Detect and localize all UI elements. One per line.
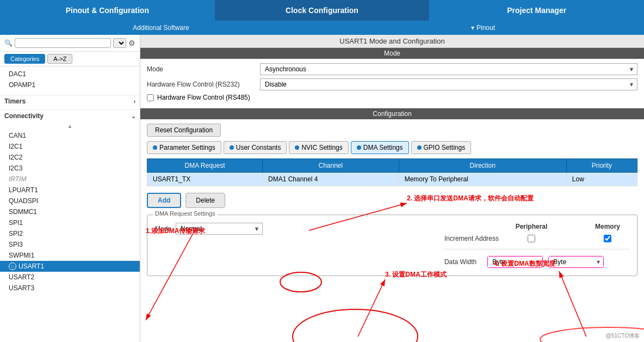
config-content: Reset Configuration Parameter Settings U… [140, 119, 644, 342]
dma-header-channel: Channel [262, 159, 399, 173]
tab-dot [153, 145, 157, 150]
subnav-pinout[interactable]: ▾ Pinout [322, 24, 644, 32]
sidebar-item-i2c3[interactable]: I2C3 [0, 163, 140, 174]
data-width-row: Data Width Byte Half Word Word [444, 256, 629, 268]
nav-pinout[interactable]: Pinout & Configuration [0, 0, 215, 21]
hw-flow-rs232-select[interactable]: Disable [260, 78, 637, 90]
nav-clock[interactable]: Clock Configuration [215, 0, 430, 21]
dma-settings-box: DMA Request Settings Mode Normal Circula… [147, 215, 637, 276]
mode-label: Mode [147, 65, 256, 73]
config-section-header: Configuration [140, 108, 644, 119]
sidebar-tabs: Categories A->Z [0, 52, 140, 66]
hw-flow-rs232-label: Hardware Flow Control (RS232) [147, 81, 256, 88]
hw-flow-rs485-checkbox[interactable] [147, 94, 154, 101]
timers-arrow: › [134, 99, 135, 105]
sidebar-category-timers[interactable]: Timers › [0, 95, 140, 107]
dma-cell-priority: Low [566, 173, 637, 186]
mode-section-header: Mode [140, 48, 644, 59]
sidebar-tab-az[interactable]: A->Z [47, 54, 72, 64]
sidebar-item-spi3[interactable]: SPI3 [0, 239, 140, 250]
pm-column-headers: Peripheral Memory [444, 223, 629, 230]
sidebar-tab-categories[interactable]: Categories [4, 54, 45, 64]
tab-user-constants[interactable]: User Constants [224, 141, 287, 154]
memory-data-width-select[interactable]: Byte Half Word Word [549, 256, 603, 267]
sub-navigation: Additional Software ▾ Pinout [0, 21, 644, 35]
sidebar-content: DAC1 OPAMP1 Timers › Connectivity ⌄ ▲ CA… [0, 66, 140, 342]
content-title: USART1 Mode and Configuration [140, 35, 644, 48]
sidebar-item-usart1[interactable]: ○ USART1 [0, 261, 140, 272]
tab-dot [295, 145, 299, 150]
scroll-up-indicator: ▲ [0, 122, 140, 130]
dma-mode-row: Mode Normal Circular ▾ [155, 223, 263, 235]
sidebar-item-spi1[interactable]: SPI1 [0, 217, 140, 228]
sidebar-item-dac1[interactable]: DAC1 [0, 69, 140, 80]
dma-table: DMA Request Channel Direction Priority U… [147, 158, 637, 186]
nav-project[interactable]: Project Manager [429, 0, 644, 21]
data-width-label: Data Width [444, 258, 476, 266]
memory-data-width-wrapper: Byte Half Word Word ▾ [548, 256, 604, 268]
sidebar-item-quadspi[interactable]: QUADSPI [0, 196, 140, 206]
sidebar-item-usart3[interactable]: USART3 [0, 283, 140, 294]
dma-header-priority: Priority [566, 159, 637, 173]
search-dropdown[interactable] [113, 38, 126, 48]
dma-settings-label: DMA Request Settings [153, 210, 218, 217]
watermark: @51CTO博客 [606, 332, 640, 340]
sidebar-item-lpuart1[interactable]: LPUART1 [0, 185, 140, 196]
delete-button[interactable]: Delete [185, 193, 225, 208]
search-icon: 🔍 [4, 39, 13, 47]
search-input[interactable] [15, 38, 111, 48]
sidebar-item-spi2[interactable]: SPI2 [0, 228, 140, 239]
table-row[interactable]: USART1_TX DMA1 Channel 4 Memory To Perip… [147, 173, 637, 186]
main-content: USART1 Mode and Configuration Mode Mode … [140, 35, 644, 342]
increment-address-row: Increment Address [444, 235, 629, 242]
sidebar-item-swpmi1[interactable]: SWPMI1 [0, 250, 140, 261]
divider [444, 249, 629, 249]
tab-nvic-settings[interactable]: NVIC Settings [289, 141, 348, 154]
mode-select[interactable]: Asynchronous [260, 63, 637, 75]
content-area: USART1 Mode and Configuration Mode Mode … [140, 35, 644, 342]
sidebar-category-connectivity[interactable]: Connectivity ⌄ [0, 109, 140, 122]
tab-gpio-settings[interactable]: GPIO Settings [411, 141, 472, 154]
dma-cell-request: USART1_TX [147, 173, 263, 186]
sidebar-item-irtim[interactable]: IRTIM [0, 174, 140, 185]
memory-checkbox-wrapper [586, 235, 629, 242]
memory-increment-checkbox[interactable] [604, 235, 611, 242]
tab-dot [357, 145, 361, 150]
dma-mode-select[interactable]: Normal Circular [176, 223, 263, 235]
mode-content: Mode Asynchronous ▾ Hardware Flow Contro… [140, 59, 644, 108]
hw-flow-rs485-row: Hardware Flow Control (RS485) [147, 94, 637, 101]
config-tabs: Parameter Settings User Constants NVIC S… [147, 141, 637, 154]
increment-section: Peripheral Memory Increment Address [444, 223, 629, 268]
sidebar-item-sdmmc1[interactable]: SDMMC1 [0, 206, 140, 217]
peripheral-checkbox-wrapper [510, 235, 553, 242]
tab-dma-settings[interactable]: DMA Settings [351, 141, 409, 154]
add-button[interactable]: Add [147, 193, 181, 208]
peripheral-data-width-select[interactable]: Byte Half Word Word [488, 256, 542, 267]
dma-mode-label: Mode [155, 225, 171, 233]
peripheral-increment-checkbox[interactable] [528, 235, 535, 242]
tab-dot [417, 145, 422, 150]
action-buttons: Add Delete [147, 193, 637, 208]
memory-label: Memory [586, 223, 629, 230]
dma-cell-channel: DMA1 Channel 4 [262, 173, 399, 186]
sidebar-search-area: 🔍 ⚙ [0, 35, 140, 52]
sidebar-item-usart2[interactable]: USART2 [0, 272, 140, 283]
peripheral-data-width-wrapper: Byte Half Word Word ▾ [487, 256, 543, 268]
hw-flow-rs485-label: Hardware Flow Control (RS485) [157, 94, 250, 101]
tab-parameter-settings[interactable]: Parameter Settings [147, 141, 221, 154]
sidebar: 🔍 ⚙ Categories A->Z DAC1 OPAMP1 Timers › [0, 35, 140, 342]
top-navigation: Pinout & Configuration Clock Configurati… [0, 0, 644, 21]
peripheral-label: Peripheral [510, 223, 553, 230]
increment-address-label: Increment Address [444, 235, 499, 242]
sidebar-item-can1[interactable]: CAN1 [0, 130, 140, 141]
subnav-additional-software[interactable]: Additional Software [0, 24, 322, 32]
dma-mode-wrapper: Normal Circular ▾ [176, 223, 263, 235]
dma-cell-direction: Memory To Peripheral [399, 173, 566, 186]
reset-config-button[interactable]: Reset Configuration [147, 124, 221, 137]
sidebar-item-i2c1[interactable]: I2C1 [0, 141, 140, 152]
sidebar-item-i2c2[interactable]: I2C2 [0, 152, 140, 163]
connectivity-arrow: ⌄ [131, 113, 135, 119]
sidebar-item-opamp1[interactable]: OPAMP1 [0, 80, 140, 90]
dma-header-direction: Direction [399, 159, 566, 173]
gear-icon[interactable]: ⚙ [128, 39, 135, 47]
